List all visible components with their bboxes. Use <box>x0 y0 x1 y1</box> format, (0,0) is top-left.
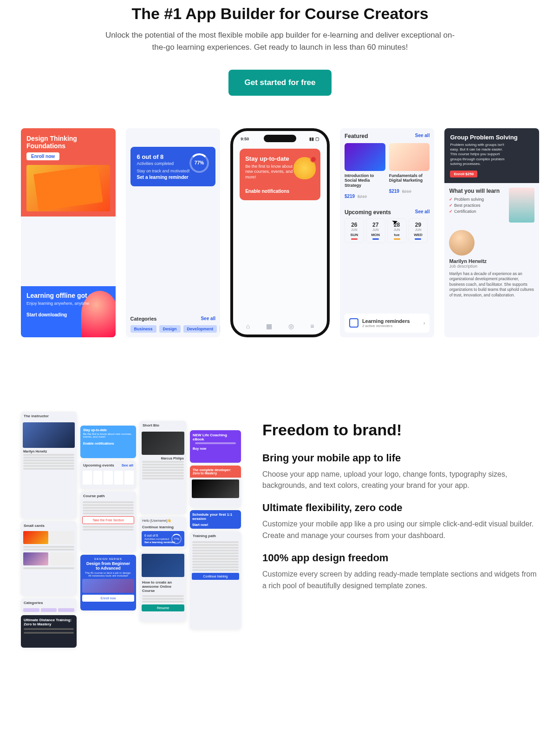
chip-development[interactable]: Development <box>183 325 217 333</box>
mini-how-to: How to create an awesome Online Course R… <box>140 552 186 622</box>
mini-heading: Training path <box>190 532 241 540</box>
learn-point: Best practices <box>449 203 505 208</box>
get-started-button[interactable]: Get started for free <box>228 70 331 96</box>
set-reminder-link[interactable]: Set a learning reminder <box>144 541 176 544</box>
enable-button[interactable]: Enable notifications <box>83 442 133 445</box>
mini-heading: Course path <box>80 492 136 500</box>
course-price: $219 $219 <box>345 194 385 199</box>
enable-notifications-link[interactable]: Enable notifications <box>245 189 315 194</box>
mini-title: Ultimate Distance Training: Zero to Mast… <box>24 618 74 626</box>
free-section-button[interactable]: Take the Free Section <box>82 516 134 524</box>
resume-button[interactable]: Resume <box>142 604 184 611</box>
avatar-illustration <box>81 291 116 337</box>
mini-title: Stay up-to-date <box>83 428 133 432</box>
chevron-right-icon: › <box>423 320 425 326</box>
calendar-day[interactable]: 26JUNSUN <box>345 218 364 243</box>
mini-upcoming: Upcoming eventsSee all <box>80 461 136 489</box>
mini-stay-up: Stay up-to-date Be the first to know abo… <box>80 426 136 458</box>
mini-greeting: Hello [Username]👋 <box>140 517 186 525</box>
widget-collage: The instructor Marilyn Herwitz Small car… <box>21 412 244 653</box>
mini-sub: Be the first to know about new courses, … <box>83 433 133 438</box>
mini-continue: Hello [Username]👋 Continue learning 6 ou… <box>140 517 186 549</box>
preview-card-featured: Featured See all Introduction to Social … <box>340 128 435 337</box>
freedom-s2-body: Customize your mobile app like a pro usi… <box>262 518 539 542</box>
mini-schedule: Schedule your first 1:1 session Start no… <box>190 510 241 529</box>
learn-heading: What you will learn <box>449 188 505 194</box>
course-title: Introduction to Social Media Strategy <box>345 173 385 188</box>
see-all-link[interactable]: See all <box>415 133 430 139</box>
course-title: Fundamentals of Digital Marketing <box>389 173 430 184</box>
learn-point: Problem solving <box>449 197 505 202</box>
mini-heading: Short Bio <box>140 421 186 430</box>
mini-distance: Ultimate Distance Training: Zero to Mast… <box>21 615 77 648</box>
see-all-link[interactable]: See all <box>415 209 430 216</box>
progress-ring: 77% <box>171 534 182 544</box>
categories-heading: Categories <box>130 316 157 322</box>
hero-subtitle: Unlock the potential of the most flexibl… <box>99 29 461 54</box>
preview-card-group-problem: Group Problem Solving Problem solving wi… <box>444 128 539 337</box>
freedom-copy: Freedom to brand! Bring your mobile app … <box>262 412 539 592</box>
mini-title: How to create an awesome Online Course <box>140 579 186 594</box>
chip-business[interactable]: Business <box>130 325 156 333</box>
upcoming-heading: Upcoming events <box>345 209 391 216</box>
instructor-bio: Marilyn has a decade of experience as an… <box>444 269 539 301</box>
mini-title: NEW Life Coaching eBook <box>193 433 238 441</box>
start-now-button[interactable]: Start now! <box>190 523 241 526</box>
continue-training-button[interactable]: Continue training <box>192 573 239 580</box>
learning-reminders-row[interactable]: Learning reminders 2 active reminders › <box>345 314 430 333</box>
mini-heading: The instructor <box>21 412 77 420</box>
hero-title: The #1 App Builder for Course Creators <box>19 5 541 23</box>
preview-phone-mockup: 9:50▮▮ ▢ Stay up-to-date Be the first to… <box>230 128 330 337</box>
see-all-link[interactable]: See all <box>201 316 215 322</box>
mini-eyebrow: DESIGN SERIES <box>80 555 136 560</box>
phone-notch <box>264 135 296 142</box>
mini-avatar <box>23 422 75 448</box>
hero-section: The #1 App Builder for Course Creators U… <box>0 0 560 96</box>
featured-item[interactable]: Fundamentals of Digital Marketing $219 $… <box>389 143 430 199</box>
mini-heading: Continue learning <box>140 525 186 529</box>
set-reminder-link[interactable]: Set a learning reminder <box>137 175 209 180</box>
calendar-icon[interactable]: ▦ <box>266 322 272 330</box>
mini-title: Design from Beginner to Advanced <box>80 560 136 571</box>
calendar-day[interactable]: 27JUNMON <box>366 218 385 243</box>
freedom-s3-heading: 100% app design freedom <box>262 552 539 564</box>
mini-heading: Small cards <box>21 521 77 530</box>
buy-button[interactable]: Buy now <box>193 447 238 450</box>
offline-sub: Enjoy learning anywhere, anytime <box>26 301 110 306</box>
course-desc: Problem solving with groups isn't easy. … <box>450 143 510 167</box>
learn-image <box>509 188 534 223</box>
status-icons: ▮▮ ▢ <box>309 137 319 141</box>
enroll-button[interactable]: Enroll now <box>82 595 134 602</box>
enroll-button[interactable]: Enroll now <box>26 152 59 160</box>
chip-design[interactable]: Design <box>159 325 181 333</box>
mini-course-path: Course path Take the Free Section <box>80 492 136 552</box>
featured-item[interactable]: Introduction to Social Media Strategy $2… <box>345 143 385 199</box>
mini-name: Marcus Philips <box>140 457 186 460</box>
mini-title: Schedule your first 1:1 session <box>190 510 241 523</box>
chip-finance[interactable]: Fina <box>220 325 220 333</box>
notification-badge-icon <box>310 156 317 163</box>
notification-banner: Stay up-to-date Be the first to know abo… <box>240 149 320 200</box>
mini-design-series: DESIGN SERIES Design from Beginner to Ad… <box>80 555 136 610</box>
course-price: $219 $219 <box>389 189 430 194</box>
instructor-job: Job description <box>444 264 539 269</box>
reminder-sub: 2 active reminders <box>362 324 410 328</box>
see-all-link[interactable]: See all <box>122 463 133 467</box>
learn-point: Certification <box>449 209 505 214</box>
chat-icon[interactable]: ◎ <box>288 322 294 330</box>
preview-card-activities: 77% 6 out of 8 Activities completed Stay… <box>126 128 221 337</box>
instructor-avatar <box>449 230 475 256</box>
status-time: 9:50 <box>241 137 249 141</box>
app-preview-strip: Design Thinking Foundations Enroll now L… <box>0 96 560 337</box>
mini-done: 6 out of 8 <box>144 534 158 537</box>
mini-small-cards: Small cards <box>21 521 77 596</box>
home-icon[interactable]: ⌂ <box>246 322 250 330</box>
phone-navbar: ⌂ ▦ ◎ ≡ <box>238 322 322 330</box>
mini-categories: Categories <box>21 598 77 612</box>
preview-card-design-thinking: Design Thinking Foundations Enroll now L… <box>21 128 116 337</box>
enroll-price-button[interactable]: Enroll $250 <box>450 171 477 177</box>
calendar-day[interactable]: 29JUNWED <box>409 218 428 243</box>
instructor-name: Marilyn Herwitz <box>444 256 539 264</box>
menu-icon[interactable]: ≡ <box>310 322 314 330</box>
bell-icon <box>293 157 316 179</box>
